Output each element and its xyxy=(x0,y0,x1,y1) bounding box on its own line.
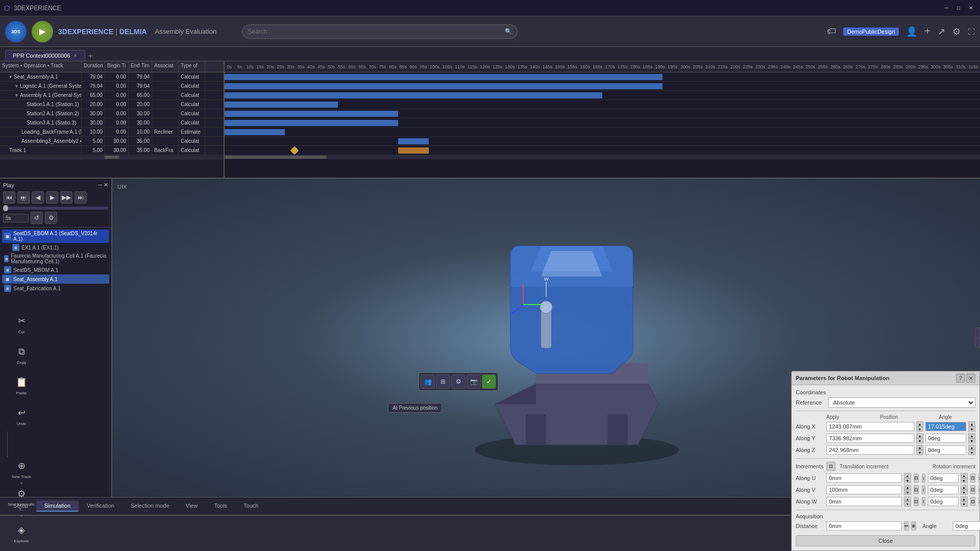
tree-item[interactable]: ▣Seat_Assembly A.1 xyxy=(2,274,109,284)
params-along-u-rot-icon1[interactable]: ⊡ xyxy=(970,473,975,483)
params-along-y-angle-down[interactable]: ▼ xyxy=(968,438,975,443)
ppr-row[interactable]: ▼Logistic A.1 (General System005100 79.0… xyxy=(0,82,224,91)
params-along-v-trans-input[interactable] xyxy=(826,485,902,494)
gantt-scrollbar[interactable] xyxy=(225,155,980,159)
settings-icon[interactable]: ⚙ xyxy=(952,26,961,37)
rewind-button[interactable]: ◀ xyxy=(32,191,44,204)
play-time-input[interactable] xyxy=(3,214,29,222)
forward-button[interactable]: ▶▶ xyxy=(60,191,72,204)
minimize-button[interactable]: ─ xyxy=(941,3,951,13)
params-along-x-down[interactable]: ▼ xyxy=(916,427,923,432)
params-along-y-spin[interactable]: ▲ ▼ xyxy=(916,433,923,443)
action-button-paste[interactable]: 📋 Paste xyxy=(5,370,38,401)
tab-ppr-context[interactable]: PPR Context00000006 ✕ xyxy=(5,50,85,61)
mode-tab-selection-mode[interactable]: Selection mode xyxy=(122,500,178,511)
params-along-v-rot-icon2[interactable]: ↕ xyxy=(978,485,981,494)
skip-forward-button[interactable]: ⏭ xyxy=(75,191,87,204)
close-button[interactable]: ✕ xyxy=(966,3,976,13)
ppr-col-header-begin[interactable]: Begin Ti xyxy=(105,61,129,72)
params-along-y-angle-input[interactable] xyxy=(925,434,966,443)
obj-settings-button[interactable]: ⚙ xyxy=(451,374,465,389)
params-along-w-rot-up[interactable]: ▲ xyxy=(961,496,968,502)
ppr-row[interactable]: Track.1 5.00 30.00 35.00 BackFra Calcula… xyxy=(0,146,224,155)
tree-item[interactable]: ▣Seat_Fabrication A.1 xyxy=(2,284,109,293)
action-button-explode[interactable]: ◈ Explode xyxy=(5,518,38,549)
play-progress-bar[interactable] xyxy=(3,207,108,210)
maximize-button[interactable]: □ xyxy=(953,3,964,13)
params-along-y-down[interactable]: ▼ xyxy=(916,438,923,443)
params-along-w-trans-input[interactable] xyxy=(826,497,902,506)
ppr-row[interactable]: ▼Assembly A.1 (General System00050 65.00… xyxy=(0,91,224,100)
params-along-z-down[interactable]: ▼ xyxy=(916,450,923,455)
params-along-x-spin[interactable]: ▲ ▼ xyxy=(916,421,923,432)
play-main-button[interactable]: ▶ xyxy=(32,21,53,42)
fullscreen-icon[interactable]: ⛶ xyxy=(968,28,975,36)
params-along-w-icon2[interactable]: ↕ xyxy=(922,497,925,506)
mode-tab-tools[interactable]: Tools xyxy=(206,500,235,511)
add-icon[interactable]: + xyxy=(924,26,930,37)
tree-item[interactable]: ▣EX1 A.1 (EX1.1) xyxy=(2,243,109,252)
params-distance-icon1[interactable]: ✏ xyxy=(904,521,909,531)
params-along-z-angle-spin[interactable]: ▲ ▼ xyxy=(968,445,975,455)
ppr-scrollbar[interactable] xyxy=(0,156,224,160)
play-button[interactable]: ▶ xyxy=(46,191,58,204)
params-along-w-icon1[interactable]: ⊡ xyxy=(914,497,919,506)
params-along-v-rot-spin[interactable]: ▲ ▼ xyxy=(961,485,968,495)
params-along-v-icon2[interactable]: ↕ xyxy=(922,485,925,494)
params-along-w-rot-icon2[interactable]: ↕ xyxy=(978,497,981,506)
params-along-v-icon1[interactable]: ⊡ xyxy=(914,485,919,494)
params-along-x-angle-down[interactable]: ▼ xyxy=(968,427,975,432)
params-along-w-up[interactable]: ▲ xyxy=(904,496,911,502)
ppr-row[interactable]: Assembling3_Assembly2 • Bac 5.00 30.00 3… xyxy=(0,137,224,146)
play-refresh-button[interactable]: ↺ xyxy=(31,212,43,224)
action-button-undo[interactable]: ↩ Undo xyxy=(5,401,38,432)
params-along-x-up[interactable]: ▲ xyxy=(916,421,923,427)
ppr-row[interactable]: Station3 A.1 (Statio.3) 30.00 0.00 30.00… xyxy=(0,118,224,128)
params-along-u-down[interactable]: ▼ xyxy=(904,478,911,483)
params-along-v-spin[interactable]: ▲ ▼ xyxy=(904,485,911,495)
new-tab-button[interactable]: + xyxy=(85,52,96,61)
play-panel-collapse[interactable]: ─ ✕ xyxy=(98,182,108,188)
ppr-row[interactable]: Loading_BackFrame A.1 (Load 10.00 0.00 1… xyxy=(0,128,224,137)
params-along-z-angle-up[interactable]: ▲ xyxy=(968,445,975,450)
params-along-z-spin[interactable]: ▲ ▼ xyxy=(916,445,923,455)
ppr-row[interactable]: Station2 A.1 (Station.2) 30.00 0.00 30.0… xyxy=(0,109,224,118)
params-increment-icon-btn[interactable]: ⊡ xyxy=(826,462,836,471)
play-settings-button[interactable]: ⚙ xyxy=(45,212,57,224)
params-help-button[interactable]: ? xyxy=(956,373,965,383)
params-along-w-down[interactable]: ▼ xyxy=(904,502,911,507)
ppr-col-header-assoc[interactable]: Associat xyxy=(152,61,179,72)
params-along-w-rot-spin[interactable]: ▲ ▼ xyxy=(961,496,968,507)
obj-grid-button[interactable]: ⊞ xyxy=(436,374,450,389)
right-collapse-button[interactable]: › xyxy=(975,328,980,348)
ppr-col-header-name[interactable]: System • Operation • Track xyxy=(0,61,82,72)
params-along-u-rot-spin[interactable]: ▲ ▼ xyxy=(961,473,968,483)
params-along-u-rot-input[interactable] xyxy=(928,473,959,483)
params-reference-select[interactable]: Absolute xyxy=(828,397,975,408)
params-along-w-rot-input[interactable] xyxy=(928,497,959,506)
obj-people-button[interactable]: 👥 xyxy=(421,374,435,389)
ppr-col-header-type[interactable]: Type of xyxy=(179,61,205,72)
tree-item[interactable]: ▣SeatDS_EBOM A.1 (SeatDS_V2014r A.1) xyxy=(2,230,109,243)
ppr-row[interactable]: ▼Seat_Assembly A.1 79.04 0.00 79.04 Calc… xyxy=(0,72,224,82)
params-along-u-icon1[interactable]: ⊡ xyxy=(914,473,919,483)
params-distance-icon2[interactable]: ⊕ xyxy=(911,521,916,531)
params-distance-input[interactable] xyxy=(826,521,902,531)
params-along-v-down[interactable]: ▼ xyxy=(904,490,911,495)
params-along-x-angle-input[interactable] xyxy=(925,422,966,431)
tree-item[interactable]: ▣SeatDS_MBOM A.1 xyxy=(2,265,109,274)
params-along-y-angle-spin[interactable]: ▲ ▼ xyxy=(968,433,975,443)
tab-close-icon[interactable]: ✕ xyxy=(74,53,78,58)
params-along-w-rot-icon1[interactable]: ⊡ xyxy=(970,497,975,506)
params-close-button[interactable]: Close xyxy=(796,535,975,546)
params-along-w-rot-down[interactable]: ▼ xyxy=(961,502,968,507)
mode-tab-simulation[interactable]: Simulation xyxy=(36,500,79,512)
ppr-col-header-end[interactable]: End Tim xyxy=(129,61,152,72)
params-along-x-angle-spin[interactable]: ▲ ▼ xyxy=(968,421,975,432)
action-button-new-track[interactable]: ⊕ New Track ▼ xyxy=(5,457,38,488)
search-bar[interactable]: 🔍 xyxy=(242,24,518,39)
params-along-z-up[interactable]: ▲ xyxy=(916,445,923,450)
params-along-u-up[interactable]: ▲ xyxy=(904,473,911,478)
params-along-v-rot-input[interactable] xyxy=(928,485,959,494)
params-along-x-angle-up[interactable]: ▲ xyxy=(968,421,975,427)
